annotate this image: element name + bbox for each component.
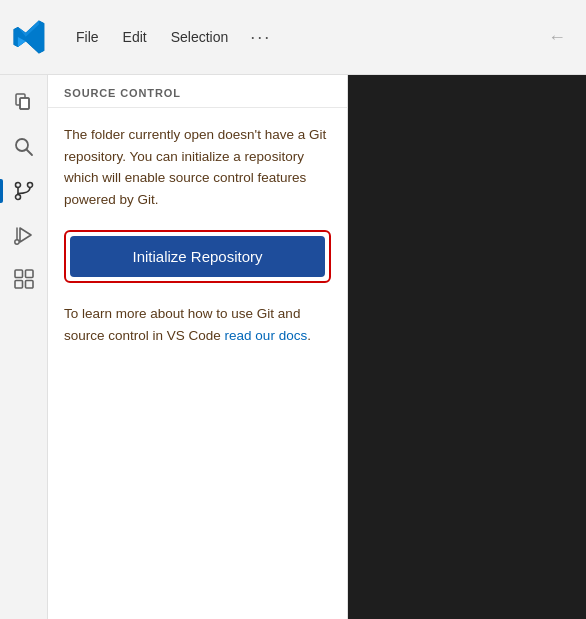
sidebar-content: The folder currently open doesn't have a… — [48, 108, 347, 619]
svg-rect-11 — [15, 270, 23, 278]
main-layout: SOURCE CONTROL The folder currently open… — [0, 75, 586, 619]
svg-line-4 — [26, 150, 32, 156]
activity-item-source-control[interactable] — [4, 171, 44, 211]
titlebar: File Edit Selection ··· ← — [0, 0, 586, 75]
activity-item-explorer[interactable] — [4, 83, 44, 123]
menu-bar: File Edit Selection ··· — [66, 23, 279, 52]
read-docs-link[interactable]: read our docs — [225, 328, 308, 343]
activity-item-run[interactable] — [4, 215, 44, 255]
more-menu[interactable]: ··· — [242, 23, 279, 52]
sidebar: SOURCE CONTROL The folder currently open… — [48, 75, 348, 619]
editor-area — [348, 75, 586, 619]
initialize-repository-button[interactable]: Initialize Repository — [70, 236, 325, 277]
svg-rect-12 — [25, 270, 33, 278]
svg-rect-13 — [15, 281, 23, 289]
back-button[interactable]: ← — [540, 23, 574, 52]
activity-item-extensions[interactable] — [4, 259, 44, 299]
learn-text-after: . — [307, 328, 311, 343]
svg-rect-1 — [20, 98, 29, 109]
activity-item-search[interactable] — [4, 127, 44, 167]
sidebar-header: SOURCE CONTROL — [48, 75, 347, 108]
svg-rect-14 — [25, 281, 33, 289]
vscode-logo — [12, 19, 48, 55]
info-message: The folder currently open doesn't have a… — [64, 124, 331, 210]
edit-menu[interactable]: Edit — [113, 25, 157, 49]
init-button-wrapper: Initialize Repository — [64, 230, 331, 283]
selection-menu[interactable]: Selection — [161, 25, 239, 49]
activity-bar — [0, 75, 48, 619]
file-menu[interactable]: File — [66, 25, 109, 49]
learn-more-text: To learn more about how to use Git and s… — [64, 303, 331, 346]
svg-marker-8 — [20, 228, 31, 242]
